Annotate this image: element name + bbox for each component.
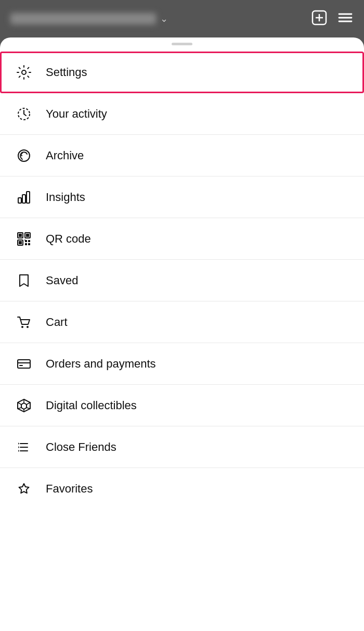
menu-item-settings[interactable]: Settings	[0, 52, 364, 93]
favorites-icon	[12, 477, 35, 500]
orders-icon	[12, 352, 35, 375]
drag-handle	[172, 43, 192, 45]
saved-icon	[12, 269, 35, 292]
svg-rect-25	[18, 360, 30, 368]
top-bar-right	[311, 9, 354, 28]
svg-rect-15	[19, 234, 22, 237]
saved-label: Saved	[46, 274, 78, 287]
insights-label: Insights	[46, 191, 85, 204]
your-activity-label: Your activity	[46, 107, 107, 121]
menu-item-your-activity[interactable]: Your activity	[0, 93, 364, 135]
menu-item-close-friends[interactable]: Close Friends	[0, 426, 364, 468]
svg-marker-32	[18, 446, 19, 448]
menu-item-insights[interactable]: Insights	[0, 176, 364, 218]
svg-rect-16	[26, 234, 29, 237]
top-bar-left: ⌄	[10, 13, 168, 24]
menu-item-archive[interactable]: Archive	[0, 135, 364, 176]
top-bar: ⌄	[0, 0, 364, 37]
svg-marker-33	[18, 450, 19, 452]
menu-item-orders-payments[interactable]: Orders and payments	[0, 343, 364, 385]
cart-label: Cart	[46, 316, 68, 329]
svg-point-24	[27, 326, 29, 328]
digital-collectibles-label: Digital collectibles	[46, 399, 137, 412]
archive-label: Archive	[46, 149, 84, 162]
svg-rect-20	[28, 240, 30, 242]
add-icon[interactable]	[311, 9, 328, 28]
close-friends-icon	[12, 436, 35, 459]
menu-item-qr-code[interactable]: QR code	[0, 218, 364, 260]
collectibles-icon	[12, 394, 35, 417]
qrcode-icon	[12, 228, 35, 250]
svg-marker-31	[18, 443, 19, 445]
chevron-down-icon[interactable]: ⌄	[160, 13, 168, 24]
menu-item-digital-collectibles[interactable]: Digital collectibles	[0, 385, 364, 426]
svg-rect-19	[25, 240, 27, 242]
archive-icon	[12, 144, 35, 167]
menu-item-saved[interactable]: Saved	[0, 260, 364, 301]
cart-icon	[12, 311, 35, 334]
settings-icon	[12, 61, 35, 84]
insights-icon	[12, 186, 35, 209]
bottom-sheet: Settings Your activity Arc	[0, 37, 364, 631]
svg-rect-9	[18, 198, 21, 203]
profile-title-blurred	[10, 13, 156, 24]
svg-rect-17	[19, 241, 22, 244]
activity-icon	[12, 103, 35, 125]
close-friends-label: Close Friends	[46, 440, 116, 454]
menu-item-cart[interactable]: Cart	[0, 301, 364, 343]
svg-point-23	[21, 326, 23, 328]
menu-list: Settings Your activity Arc	[0, 52, 364, 510]
hamburger-menu-icon[interactable]	[337, 9, 354, 28]
svg-rect-10	[22, 195, 25, 203]
settings-label: Settings	[46, 66, 87, 79]
svg-point-6	[22, 70, 26, 74]
orders-payments-label: Orders and payments	[46, 357, 156, 371]
qr-code-label: QR code	[46, 232, 91, 246]
svg-rect-22	[28, 243, 30, 245]
menu-item-favorites[interactable]: Favorites	[0, 468, 364, 510]
svg-rect-21	[25, 243, 27, 245]
svg-rect-11	[27, 192, 30, 203]
favorites-label: Favorites	[46, 482, 93, 496]
